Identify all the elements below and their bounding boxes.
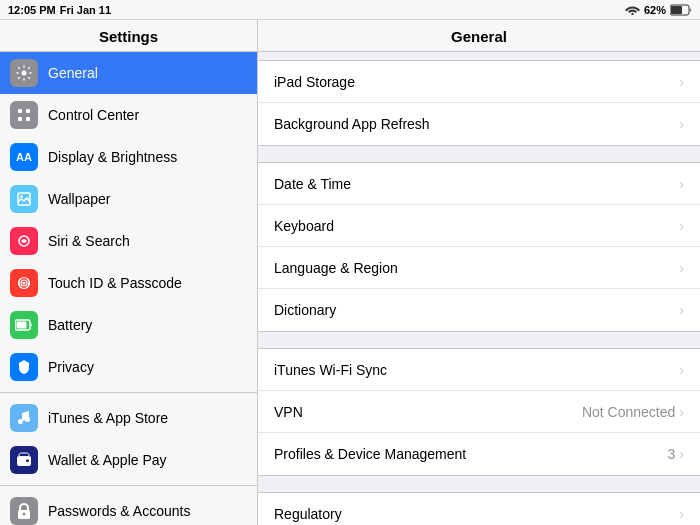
- sidebar-title: Settings: [0, 20, 257, 52]
- itunes-icon: [10, 404, 38, 432]
- sidebar-divider-1: [0, 392, 257, 393]
- sidebar-item-privacy-label: Privacy: [48, 359, 94, 375]
- privacy-icon: [10, 353, 38, 381]
- battery-percentage: 62%: [644, 4, 666, 16]
- itunes-wifi-row[interactable]: iTunes Wi-Fi Sync ›: [258, 349, 700, 391]
- itunes-wifi-label: iTunes Wi-Fi Sync: [274, 362, 387, 378]
- language-row[interactable]: Language & Region ›: [258, 247, 700, 289]
- date-time-label: Date & Time: [274, 176, 351, 192]
- profiles-row[interactable]: Profiles & Device Management 3 ›: [258, 433, 700, 475]
- regulatory-row[interactable]: Regulatory ›: [258, 493, 700, 525]
- content-area: General iPad Storage › Background App Re…: [258, 20, 700, 525]
- svg-point-3: [22, 71, 27, 76]
- svg-point-9: [20, 195, 23, 198]
- sidebar-item-itunes-label: iTunes & App Store: [48, 410, 168, 426]
- svg-point-16: [18, 419, 23, 424]
- svg-point-17: [25, 417, 30, 422]
- ipad-storage-value: ›: [679, 74, 684, 90]
- background-refresh-label: Background App Refresh: [274, 116, 430, 132]
- vpn-row[interactable]: VPN Not Connected ›: [258, 391, 700, 433]
- sidebar-item-general-label: General: [48, 65, 98, 81]
- vpn-value: Not Connected ›: [582, 404, 684, 420]
- regulatory-value: ›: [679, 506, 684, 522]
- sidebar-item-touchid-label: Touch ID & Passcode: [48, 275, 182, 291]
- datetime-section: Date & Time › Keyboard › Language & Regi…: [258, 162, 700, 332]
- status-bar: 12:05 PM Fri Jan 11 62%: [0, 0, 700, 20]
- ipad-storage-label: iPad Storage: [274, 74, 355, 90]
- control-center-icon: [10, 101, 38, 129]
- chevron-icon: ›: [679, 218, 684, 234]
- time: 12:05 PM: [8, 4, 56, 16]
- date-time-row[interactable]: Date & Time ›: [258, 163, 700, 205]
- svg-point-0: [631, 13, 633, 15]
- chevron-icon: ›: [679, 404, 684, 420]
- general-icon: [10, 59, 38, 87]
- keyboard-label: Keyboard: [274, 218, 334, 234]
- sidebar-divider-2: [0, 485, 257, 486]
- storage-section: iPad Storage › Background App Refresh ›: [258, 60, 700, 146]
- profiles-value: 3 ›: [668, 446, 684, 462]
- language-value: ›: [679, 260, 684, 276]
- svg-rect-7: [26, 117, 30, 121]
- wallpaper-icon: [10, 185, 38, 213]
- svg-point-13: [23, 282, 25, 284]
- siri-icon: [10, 227, 38, 255]
- dictionary-value: ›: [679, 302, 684, 318]
- chevron-icon: ›: [679, 116, 684, 132]
- svg-rect-6: [18, 117, 22, 121]
- regulatory-label: Regulatory: [274, 506, 342, 522]
- sidebar-item-general[interactable]: General: [0, 52, 257, 94]
- sidebar-item-battery[interactable]: Battery: [0, 304, 257, 346]
- sidebar-item-touchid[interactable]: Touch ID & Passcode: [0, 262, 257, 304]
- svg-rect-15: [17, 322, 27, 329]
- sidebar-item-siri[interactable]: Siri & Search: [0, 220, 257, 262]
- background-refresh-value: ›: [679, 116, 684, 132]
- sidebar-item-passwords-label: Passwords & Accounts: [48, 503, 190, 519]
- status-bar-left: 12:05 PM Fri Jan 11: [8, 4, 111, 16]
- svg-rect-19: [26, 460, 29, 463]
- passwords-icon: [10, 497, 38, 525]
- keyboard-row[interactable]: Keyboard ›: [258, 205, 700, 247]
- chevron-icon: ›: [679, 362, 684, 378]
- background-refresh-row[interactable]: Background App Refresh ›: [258, 103, 700, 145]
- battery-sidebar-icon: [10, 311, 38, 339]
- date-time-value: ›: [679, 176, 684, 192]
- sidebar-item-wallet-label: Wallet & Apple Pay: [48, 452, 167, 468]
- svg-rect-4: [18, 109, 22, 113]
- date: Fri Jan 11: [60, 4, 111, 16]
- sidebar-item-itunes[interactable]: iTunes & App Store: [0, 397, 257, 439]
- sidebar-item-display[interactable]: AA Display & Brightness: [0, 136, 257, 178]
- chevron-icon: ›: [679, 74, 684, 90]
- main-layout: Settings General Control Center: [0, 20, 700, 525]
- dictionary-label: Dictionary: [274, 302, 336, 318]
- itunes-wifi-value: ›: [679, 362, 684, 378]
- sidebar-item-battery-label: Battery: [48, 317, 92, 333]
- display-icon: AA: [10, 143, 38, 171]
- profiles-label: Profiles & Device Management: [274, 446, 466, 462]
- chevron-icon: ›: [679, 176, 684, 192]
- touchid-icon: [10, 269, 38, 297]
- sidebar-item-wallet[interactable]: Wallet & Apple Pay: [0, 439, 257, 481]
- sidebar-item-passwords[interactable]: Passwords & Accounts: [0, 490, 257, 525]
- language-label: Language & Region: [274, 260, 398, 276]
- chevron-icon: ›: [679, 506, 684, 522]
- sidebar-item-privacy[interactable]: Privacy: [0, 346, 257, 388]
- sidebar-item-wallpaper[interactable]: Wallpaper: [0, 178, 257, 220]
- battery-icon: [670, 4, 692, 16]
- svg-rect-2: [671, 6, 682, 14]
- sidebar-item-display-label: Display & Brightness: [48, 149, 177, 165]
- keyboard-value: ›: [679, 218, 684, 234]
- vpn-label: VPN: [274, 404, 303, 420]
- sidebar-item-wallpaper-label: Wallpaper: [48, 191, 111, 207]
- sidebar-item-control-center[interactable]: Control Center: [0, 94, 257, 136]
- ipad-storage-row[interactable]: iPad Storage ›: [258, 61, 700, 103]
- sidebar-item-siri-label: Siri & Search: [48, 233, 130, 249]
- chevron-icon: ›: [679, 446, 684, 462]
- svg-point-12: [21, 280, 27, 286]
- chevron-icon: ›: [679, 260, 684, 276]
- regulatory-section: Regulatory ›: [258, 492, 700, 525]
- sidebar-item-control-center-label: Control Center: [48, 107, 139, 123]
- wifi-icon: [625, 4, 640, 15]
- svg-point-21: [23, 513, 26, 516]
- dictionary-row[interactable]: Dictionary ›: [258, 289, 700, 331]
